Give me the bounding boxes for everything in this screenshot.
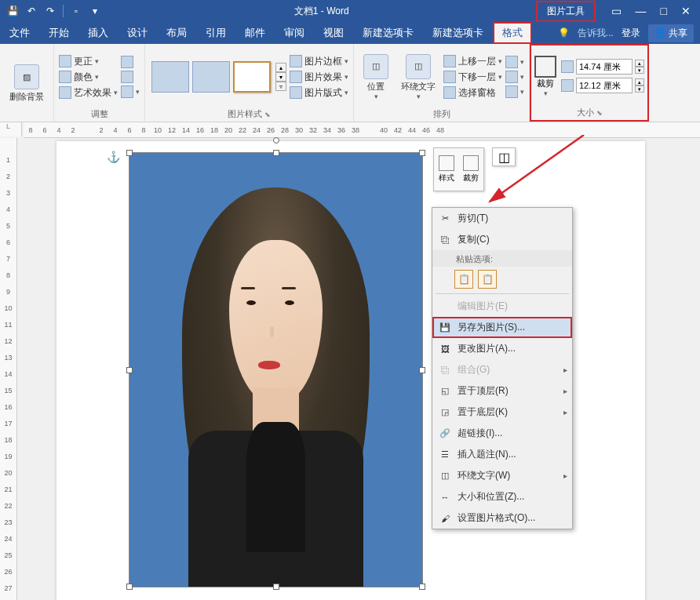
tell-me-input[interactable]: 告诉我... (578, 27, 614, 40)
gallery-more-icon[interactable]: ▿ (275, 82, 286, 91)
horizontal-ruler[interactable]: 8642 2468101214161820222426283032343638 … (24, 122, 700, 138)
ctx-sizepos-label: 大小和位置(Z)... (458, 490, 524, 504)
rotate-button[interactable]: ▾ (505, 85, 524, 98)
picture-layout-button[interactable]: 图片版式▾ (290, 86, 348, 100)
styles-launcher-icon[interactable]: ⬊ (264, 111, 271, 118)
ctx-hyperlink[interactable]: 🔗超链接(I)... (432, 423, 572, 444)
ctx-size-position[interactable]: ↔大小和位置(Z)... (432, 486, 572, 507)
paste-options: 📋 📋 (432, 267, 572, 292)
corrections-button[interactable]: 更正▾ (59, 55, 118, 68)
paste-option-2[interactable]: 📋 (478, 270, 497, 289)
layout-options-button[interactable]: ◫ (492, 147, 516, 166)
picture-border-button[interactable]: 图片边框▾ (290, 55, 348, 68)
align-button[interactable]: ▾ (505, 56, 524, 68)
document-area[interactable]: ⚓ (17, 138, 700, 600)
maximize-icon[interactable]: □ (661, 5, 667, 17)
group-adjust: 更正▾ 颜色▾ 艺术效果▾ ▾ 调整 (54, 44, 145, 122)
resize-handle-mr[interactable] (419, 367, 425, 373)
tab-file[interactable]: 文件 (0, 22, 39, 44)
tab-new1[interactable]: 新建选项卡 (353, 22, 423, 44)
crop-button[interactable]: 裁剪▾ (534, 56, 556, 97)
group-button[interactable]: ▾ (505, 71, 524, 83)
quick-access-toolbar: 💾 ↶ ↷ ▫ ▾ (0, 5, 108, 17)
artistic-label: 艺术效果 (74, 86, 111, 100)
selected-image[interactable] (129, 152, 423, 587)
ctx-send-back[interactable]: ◲置于底层(K)▸ (432, 402, 572, 423)
undo-icon[interactable]: ↶ (25, 5, 38, 17)
color-button[interactable]: 颜色▾ (59, 71, 118, 84)
close-icon[interactable]: ✕ (681, 5, 691, 17)
tab-design[interactable]: 设计 (118, 22, 157, 44)
qat-dropdown-icon[interactable]: ▾ (89, 5, 101, 17)
tab-format[interactable]: 格式 (493, 22, 532, 44)
page[interactable]: ⚓ (57, 141, 645, 600)
ctx-wrap-text[interactable]: ◫环绕文字(W)▸ (432, 465, 572, 486)
resize-handle-tr[interactable] (419, 150, 425, 156)
ctx-bring-front[interactable]: ◱置于顶层(R)▸ (432, 380, 572, 402)
gallery-up-icon[interactable]: ▴ (275, 63, 286, 72)
compress-button[interactable] (121, 56, 140, 68)
send-backward-button[interactable]: 下移一层▾ (443, 71, 502, 84)
style-thumb-2[interactable] (192, 61, 230, 93)
resize-handle-bm[interactable] (273, 584, 279, 590)
change-pic-button[interactable] (121, 71, 140, 83)
resize-handle-tl[interactable] (126, 150, 133, 156)
redo-icon[interactable]: ↷ (44, 5, 57, 17)
crop-icon (534, 56, 556, 78)
tab-mailings[interactable]: 邮件 (235, 22, 275, 44)
share-button[interactable]: 👤 共享 (648, 24, 694, 42)
ctx-copy[interactable]: ⿻复制(C) (432, 229, 572, 250)
login-button[interactable]: 登录 (622, 27, 640, 40)
size-launcher-icon[interactable]: ⬊ (596, 109, 603, 117)
picture-effects-button[interactable]: 图片效果▾ (290, 71, 348, 84)
mini-crop-button[interactable]: 裁剪 (459, 148, 484, 191)
style-thumb-3[interactable] (233, 61, 271, 93)
mini-styles-button[interactable]: 样式 (434, 148, 459, 191)
tab-references[interactable]: 引用 (196, 22, 235, 44)
corrections-label: 更正 (74, 55, 93, 68)
style-thumb-1[interactable] (151, 61, 189, 93)
ctx-change-picture[interactable]: 🖼更改图片(A)... (432, 338, 572, 359)
reset-pic-button[interactable]: ▾ (121, 85, 140, 98)
rotate-handle[interactable] (273, 137, 279, 144)
height-up-icon[interactable]: ▴ (635, 60, 644, 67)
tab-layout[interactable]: 布局 (157, 22, 196, 44)
tab-new2[interactable]: 新建选项卡 (423, 22, 493, 44)
minimize-icon[interactable]: — (636, 5, 647, 17)
ribbon-options-icon[interactable]: ▭ (611, 5, 622, 17)
selection-pane-button[interactable]: 选择窗格 (443, 86, 502, 100)
width-up-icon[interactable]: ▴ (635, 78, 644, 85)
bring-forward-button[interactable]: 上移一层▾ (443, 55, 502, 68)
width-input[interactable]: 12.12 厘米 (576, 78, 633, 93)
picture-tools-tab[interactable]: 图片工具 (536, 1, 596, 22)
ctx-insert-caption[interactable]: ☰插入题注(N)... (432, 444, 572, 465)
save-icon[interactable]: 💾 (6, 5, 19, 17)
wrap-text-button[interactable]: ◫环绕文字▾ (396, 53, 440, 102)
width-down-icon[interactable]: ▾ (635, 85, 644, 93)
new-doc-icon[interactable]: ▫ (70, 5, 82, 17)
tab-home[interactable]: 开始 (39, 22, 78, 44)
tab-insert[interactable]: 插入 (78, 22, 118, 44)
title-bar: 💾 ↶ ↷ ▫ ▾ 文档1 - Word 图片工具 ▭ — □ ✕ (0, 0, 700, 22)
remove-background-button[interactable]: ▨ 删除背景 (5, 63, 49, 104)
height-input[interactable]: 14.74 厘米 (576, 59, 633, 75)
rotate-icon (505, 85, 518, 98)
ctx-format-picture[interactable]: 🖌设置图片格式(O)... (432, 507, 572, 529)
position-button[interactable]: ◫位置▾ (359, 53, 393, 102)
tab-view[interactable]: 视图 (314, 22, 353, 44)
resize-handle-bl[interactable] (126, 584, 133, 590)
ruler-corner: L (0, 122, 22, 136)
artistic-effects-button[interactable]: 艺术效果▾ (59, 86, 118, 100)
resize-handle-ml[interactable] (126, 367, 133, 373)
resize-handle-tm[interactable] (273, 150, 279, 156)
vertical-ruler[interactable]: 1234567891011121314151617181920212223242… (0, 138, 17, 600)
resize-handle-br[interactable] (419, 584, 425, 590)
ctx-save-as-picture[interactable]: 💾另存为图片(S)... (432, 317, 572, 338)
anchor-icon[interactable]: ⚓ (107, 151, 120, 163)
tab-review[interactable]: 审阅 (275, 22, 314, 44)
pic-layout-label: 图片版式 (304, 86, 342, 100)
gallery-down-icon[interactable]: ▾ (275, 72, 286, 82)
paste-option-1[interactable]: 📋 (454, 270, 473, 289)
ctx-cut[interactable]: ✂剪切(T) (432, 208, 572, 229)
height-down-icon[interactable]: ▾ (635, 67, 644, 74)
